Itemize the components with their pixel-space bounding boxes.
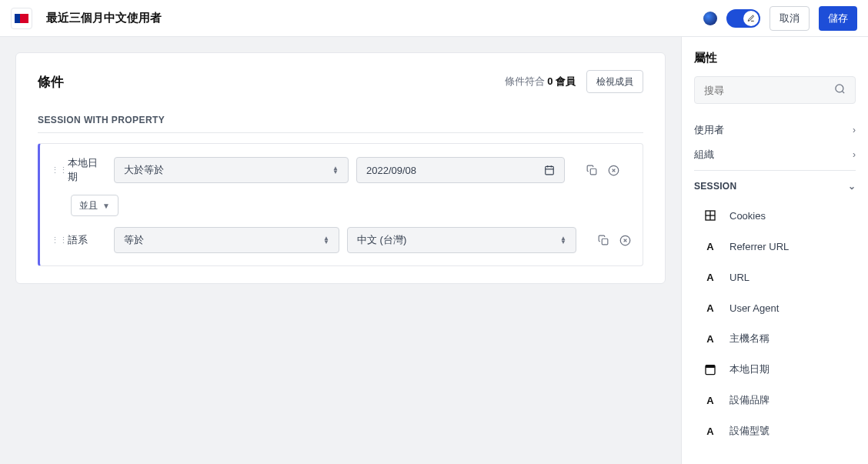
- save-button[interactable]: 儲存: [819, 6, 857, 31]
- svg-point-12: [836, 85, 843, 92]
- copy-button[interactable]: [585, 163, 599, 177]
- condition-row: ⋮⋮ 本地日期 大於等於 ▲▼ 2022/09/08: [51, 156, 632, 184]
- text-icon: A: [703, 393, 717, 407]
- text-icon: A: [703, 239, 717, 253]
- close-circle-icon: [619, 235, 631, 246]
- copy-button[interactable]: [596, 233, 610, 247]
- copy-icon: [598, 235, 609, 245]
- chevron-updown-icon: ▲▼: [323, 236, 329, 244]
- operator-select[interactable]: 大於等於 ▲▼: [114, 157, 349, 183]
- category-session[interactable]: SESSION ⌄: [694, 174, 856, 199]
- header: 最近三個月中文使用者 取消 儲存: [0, 0, 868, 37]
- search-icon: [834, 83, 846, 97]
- attr-device-brand[interactable]: A 設備品牌: [694, 385, 856, 416]
- text-icon: A: [703, 424, 717, 438]
- active-toggle[interactable]: [726, 9, 760, 28]
- svg-line-13: [842, 91, 844, 93]
- close-circle-icon: [608, 165, 619, 176]
- match-count-text: 條件符合 0 會員: [505, 75, 576, 88]
- category-user[interactable]: 使用者 ›: [694, 118, 856, 142]
- attr-cookies[interactable]: Cookies: [694, 200, 856, 231]
- field-label: 語系: [68, 233, 106, 247]
- attr-url[interactable]: A URL: [694, 262, 856, 292]
- view-members-button[interactable]: 檢視成員: [586, 70, 643, 93]
- operator-select[interactable]: 等於 ▲▼: [114, 227, 339, 253]
- remove-button[interactable]: [618, 233, 632, 247]
- calendar-icon: [544, 165, 555, 175]
- table-icon: [703, 209, 717, 222]
- chevron-right-icon: ›: [853, 125, 856, 135]
- content-area: 條件 條件符合 0 會員 檢視成員 SESSION WITH PROPERTY …: [0, 37, 681, 464]
- svg-rect-4: [590, 169, 596, 175]
- attr-local-date[interactable]: 本地日期: [694, 354, 856, 385]
- category-org[interactable]: 組織 ›: [694, 142, 856, 167]
- attr-device-model[interactable]: A 設備型號: [694, 416, 856, 446]
- svg-rect-8: [602, 239, 608, 245]
- page-title: 最近三個月中文使用者: [46, 11, 703, 25]
- chevron-updown-icon: ▲▼: [332, 166, 339, 174]
- pencil-icon: [747, 15, 755, 22]
- section-label: SESSION WITH PROPERTY: [38, 115, 643, 133]
- date-input[interactable]: 2022/09/08: [356, 157, 565, 183]
- conditions-card: 條件 條件符合 0 會員 檢視成員 SESSION WITH PROPERTY …: [15, 52, 666, 284]
- logic-operator-chip[interactable]: 並且 ▼: [71, 195, 119, 216]
- chevron-updown-icon: ▲▼: [560, 236, 566, 244]
- svg-rect-18: [706, 366, 715, 368]
- search-input-wrapper[interactable]: [694, 76, 856, 104]
- attr-host[interactable]: A 主機名稱: [694, 323, 856, 354]
- status-indicator-icon: [703, 12, 717, 25]
- drag-handle-icon[interactable]: ⋮⋮: [51, 165, 60, 175]
- card-title: 條件: [38, 73, 64, 91]
- toggle-knob: [743, 11, 759, 26]
- chevron-down-icon: ▼: [102, 202, 110, 210]
- segment-icon: [11, 8, 32, 29]
- sidebar-title: 屬性: [694, 51, 856, 65]
- remove-button[interactable]: [606, 163, 620, 177]
- svg-rect-0: [546, 166, 554, 175]
- field-label: 本地日期: [68, 156, 106, 184]
- drag-handle-icon[interactable]: ⋮⋮: [51, 235, 60, 245]
- sidebar: 屬性 使用者 › 組織 › SESSION ⌄ Cookies A: [681, 37, 868, 464]
- calendar-icon: [703, 362, 717, 376]
- chevron-right-icon: ›: [853, 149, 856, 160]
- text-icon: A: [703, 332, 717, 345]
- value-select[interactable]: 中文 (台灣) ▲▼: [347, 227, 576, 253]
- text-icon: A: [703, 301, 717, 315]
- attr-referrer-url[interactable]: A Referrer URL: [694, 231, 856, 262]
- condition-row: ⋮⋮ 語系 等於 ▲▼ 中文 (台灣) ▲▼: [51, 227, 632, 253]
- chevron-down-icon: ⌄: [848, 181, 856, 192]
- attr-user-agent[interactable]: A User Agent: [694, 292, 856, 323]
- condition-group: ⋮⋮ 本地日期 大於等於 ▲▼ 2022/09/08: [38, 143, 643, 266]
- search-input[interactable]: [704, 85, 834, 96]
- text-icon: A: [703, 270, 717, 284]
- cancel-button[interactable]: 取消: [770, 6, 810, 31]
- copy-icon: [586, 165, 597, 175]
